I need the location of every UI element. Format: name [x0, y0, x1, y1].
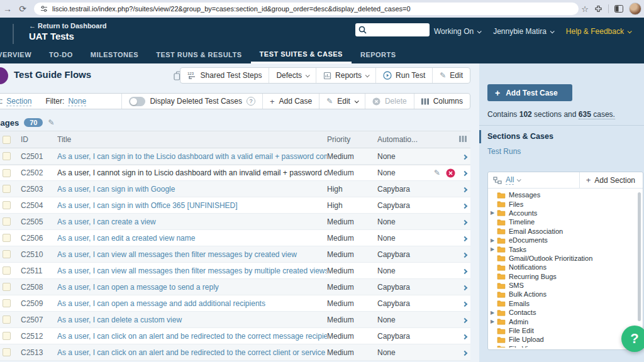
url-text[interactable]: liscio.testrail.io/index.php?/suites/vie…	[52, 5, 411, 13]
row-checkbox[interactable]	[3, 217, 11, 226]
toggle-switch[interactable]	[129, 97, 145, 106]
row-checkbox[interactable]	[3, 266, 11, 275]
table-row[interactable]: C2502 As a user, I cannot sign in to Lis…	[0, 165, 470, 181]
expand-caret-icon[interactable]: ▶	[488, 238, 497, 243]
table-columns-icon[interactable]	[455, 135, 467, 144]
row-chevron-icon[interactable]	[455, 201, 467, 210]
table-row[interactable]: C2512 As a user, I can click on an alert…	[0, 328, 470, 344]
address-bar[interactable]: liscio.testrail.io/index.php?/suites/vie…	[34, 3, 579, 15]
table-row[interactable]: C2508 As a user, I can open a message to…	[0, 279, 470, 295]
run-test-button[interactable]: Run Test	[375, 68, 432, 83]
tab-test-suites-cases[interactable]: TEST SUITES & CASES	[251, 47, 352, 63]
row-checkbox[interactable]	[3, 201, 11, 209]
sidebar-item-sections-cases[interactable]: Sections & Cases	[487, 132, 553, 141]
row-chevron-icon[interactable]	[455, 332, 467, 341]
section-folder-tasks[interactable]: ▶ Tasks	[488, 244, 643, 253]
table-row[interactable]: C2509 As a user, I can open a message an…	[0, 295, 470, 312]
expand-caret-icon[interactable]: ▶	[488, 246, 497, 252]
reload-icon[interactable]: ⟳	[15, 4, 30, 14]
working-on-menu[interactable]: Working On	[434, 27, 480, 36]
section-folder-file-upload[interactable]: ▶ File Upload	[488, 335, 643, 344]
section-folder-sms[interactable]: ▶ SMS	[488, 281, 643, 290]
side-panel-icon[interactable]	[614, 5, 623, 13]
shared-test-steps-button[interactable]: 123 Shared Test Steps	[180, 68, 269, 83]
row-delete-icon[interactable]	[446, 168, 455, 178]
case-title-link[interactable]: As a user, I can view all messages then …	[57, 250, 327, 259]
row-checkbox[interactable]	[3, 234, 11, 242]
tab-overview[interactable]: OVERVIEW	[0, 47, 40, 63]
extensions-icon[interactable]	[594, 5, 602, 13]
row-chevron-icon[interactable]	[455, 299, 467, 308]
tab-reports[interactable]: REPORTS	[352, 47, 405, 63]
row-chevron-icon[interactable]	[455, 283, 467, 292]
browser-profile-avatar[interactable]	[629, 3, 641, 15]
expand-caret-icon[interactable]: ▶	[488, 210, 497, 216]
case-title-link[interactable]: As a user, I can click on an alert and b…	[57, 348, 327, 357]
case-title-link[interactable]: As a user, I can create a view	[57, 217, 327, 226]
tab-to-do[interactable]: TO-DO	[40, 47, 82, 63]
row-checkbox[interactable]	[3, 315, 11, 324]
case-title-link[interactable]: As a user, I can open a message to send …	[57, 283, 327, 292]
case-title-link[interactable]: As a user, I can open a message and add …	[57, 299, 327, 308]
sidebar-item-test-runs[interactable]: Test Runs	[487, 147, 521, 156]
table-row[interactable]: C2507 As a user, I can delete a custom v…	[0, 312, 470, 328]
case-title-link[interactable]: As a user, I can sign in with Google	[57, 185, 327, 194]
row-chevron-icon[interactable]	[455, 217, 467, 226]
case-title-link[interactable]: As a user, I cannot sign in to Liscio da…	[57, 168, 327, 177]
section-folder-recurring-bugs[interactable]: ▶ Recurring Bugs	[488, 272, 643, 281]
add-test-case-button[interactable]: + Add Test Case	[487, 84, 572, 101]
table-row[interactable]: C2510 As a user, I can view all messages…	[0, 246, 470, 263]
case-title-link[interactable]: As a user, I can view all messages then …	[57, 266, 327, 275]
col-title[interactable]: Title	[57, 135, 327, 144]
section-folder-file-view[interactable]: ▶ File View	[488, 344, 643, 348]
filter-link[interactable]: None	[68, 97, 86, 106]
add-case-button[interactable]: + Add Case	[262, 94, 319, 109]
table-row[interactable]: C2503 As a user, I can sign in with Goog…	[0, 181, 470, 197]
inline-edit-pencil-icon[interactable]: ✎	[434, 168, 440, 177]
row-checkbox[interactable]	[3, 283, 11, 291]
row-chevron-icon[interactable]	[455, 152, 467, 161]
deleted-cases-toggle[interactable]: Display Deleted Test Cases ?	[121, 94, 262, 109]
forward-icon[interactable]: →	[0, 4, 15, 14]
row-chevron-icon[interactable]	[455, 250, 467, 259]
row-chevron-icon[interactable]	[455, 348, 467, 357]
row-chevron-icon[interactable]	[455, 185, 467, 194]
row-checkbox[interactable]	[3, 348, 11, 356]
col-id[interactable]: ID	[21, 135, 53, 144]
case-title-link[interactable]: As a user, I can sign in to the Liscio d…	[57, 152, 327, 161]
row-chevron-icon[interactable]	[455, 266, 467, 275]
table-row[interactable]: C2504 As a user, I can sign in with Offi…	[0, 197, 470, 214]
help-feedback-menu[interactable]: Help & Feedback	[566, 27, 631, 36]
row-chevron-icon[interactable]	[455, 234, 467, 243]
section-folder-messages[interactable]: ▶ Messages	[488, 190, 643, 199]
section-folder-emails[interactable]: ▶ Emails	[488, 299, 643, 308]
edit-section-icon[interactable]: ✎	[48, 118, 54, 127]
cases-count-link[interactable]: 635	[579, 110, 591, 119]
tree-scrollbar[interactable]	[638, 192, 641, 321]
table-row[interactable]: C2511 As a user, I can view all messages…	[0, 263, 470, 279]
section-folder-timeline[interactable]: ▶ Timeline	[488, 217, 643, 226]
section-folder-bulk-actions[interactable]: ▶ Bulk Actions	[488, 290, 643, 299]
bookmark-star-icon[interactable]: ☆	[581, 4, 589, 14]
section-folder-files[interactable]: ▶ Files	[488, 199, 643, 208]
section-folder-edocuments[interactable]: ▶ eDocuments	[488, 236, 643, 244]
sort-link[interactable]: Section	[6, 97, 31, 106]
table-row[interactable]: C2513 As a user, I can click on an alert…	[0, 344, 470, 361]
case-title-link[interactable]: As a user, I can delete a custom view	[57, 315, 327, 324]
help-tooltip-icon[interactable]: ?	[247, 97, 255, 106]
tree-filter-dropdown[interactable]: All	[506, 175, 520, 185]
section-folder-admin[interactable]: ▶ Admin	[488, 317, 643, 326]
section-folder-accounts[interactable]: ▶ Accounts	[488, 209, 643, 217]
row-chevron-icon[interactable]	[455, 315, 467, 324]
delete-button[interactable]: Delete	[365, 94, 414, 109]
case-title-link[interactable]: As a user, I can click on an alert and b…	[57, 332, 327, 341]
table-row[interactable]: C2505 As a user, I can create a view Med…	[0, 214, 470, 230]
reports-button[interactable]: Reports	[316, 68, 375, 83]
tab-milestones[interactable]: MILESTONES	[82, 47, 147, 63]
user-menu[interactable]: Jennybie Matira	[493, 27, 553, 36]
expand-caret-icon[interactable]: ▶	[488, 319, 497, 324]
col-automation[interactable]: Automatio...	[377, 135, 424, 144]
case-title-link[interactable]: As a user, I can edit a created view nam…	[57, 234, 327, 243]
global-search[interactable]	[355, 23, 430, 36]
row-chevron-icon[interactable]	[455, 168, 467, 177]
